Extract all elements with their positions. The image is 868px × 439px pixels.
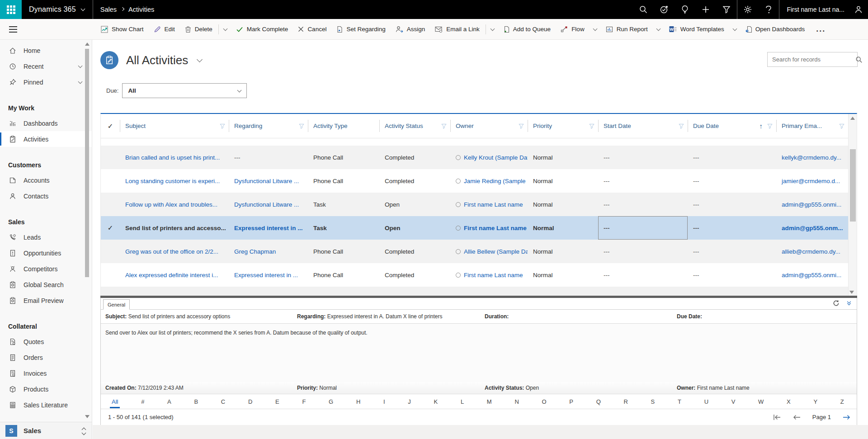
regarding-link[interactable]: Expressed interest in ... (234, 225, 303, 231)
sidebar-item-leads[interactable]: Leads (0, 229, 92, 245)
subject-link[interactable]: Greg was out of the office on 2/2... (125, 248, 218, 255)
breadcrumb-activities[interactable]: Activities (128, 6, 154, 13)
area-switcher[interactable]: S Sales (0, 422, 92, 439)
next-page-button[interactable] (843, 414, 850, 420)
scroll-down-arrow[interactable] (85, 415, 90, 418)
sidebar-item-email-preview[interactable]: Email Preview (0, 293, 92, 308)
sidebar-item-global-search[interactable]: Global Search (0, 277, 92, 293)
row-select-cell[interactable] (101, 193, 120, 216)
sidebar-item-activities[interactable]: Activities (0, 131, 92, 147)
email-more-dropdown[interactable] (487, 19, 498, 40)
alpha-filter-l[interactable]: L (460, 397, 465, 407)
more-commands-button[interactable]: ... (810, 24, 832, 34)
email-link[interactable]: admin@gp555.onmi... (782, 272, 841, 279)
scroll-up-arrow[interactable] (85, 42, 90, 46)
delete-button[interactable]: Delete (180, 19, 217, 40)
scrollbar-thumb[interactable] (850, 149, 856, 222)
email-a-link-button[interactable]: Email a Link (430, 19, 485, 40)
column-header-activity-status[interactable]: Activity Status (379, 114, 450, 138)
edit-button[interactable]: Edit (149, 19, 180, 40)
subject-link[interactable]: Alex expressed definite interest i... (125, 272, 218, 279)
table-row[interactable]: Brian called and is upset his print... -… (101, 146, 848, 169)
email-link[interactable]: jamier@crmdemo.d... (782, 178, 840, 184)
column-header-primary-email[interactable]: Primary Ema... (776, 114, 848, 138)
row-select-cell[interactable] (101, 263, 120, 287)
filter-funnel-icon[interactable] (679, 123, 684, 129)
alpha-filter-b[interactable]: B (193, 397, 199, 407)
sidebar-item-pinned[interactable]: Pinned (0, 74, 92, 90)
app-brand-menu[interactable]: Dynamics 365 (29, 5, 85, 14)
cancel-button[interactable]: Cancel (293, 19, 331, 40)
breadcrumb-sales[interactable]: Sales (100, 6, 117, 13)
search-icon[interactable] (855, 56, 867, 63)
sidebar-item-opportunities[interactable]: Opportunities (0, 245, 92, 261)
learning-path-button[interactable] (675, 0, 695, 19)
owner-link[interactable]: Jamie Reding (Sample .. (464, 178, 528, 184)
regarding-link[interactable]: Dysfunctional Litware ... (234, 201, 299, 208)
filter-funnel-icon[interactable] (519, 123, 524, 129)
sidebar-scrollbar[interactable] (84, 41, 90, 420)
email-link[interactable]: admin@gp555.onmi... (782, 201, 841, 208)
refresh-button[interactable] (833, 300, 840, 307)
show-chart-button[interactable]: Show Chart (96, 19, 149, 40)
assign-button[interactable]: Assign (391, 19, 430, 40)
alpha-filter-t[interactable]: T (677, 397, 682, 407)
filter-funnel-icon[interactable] (589, 123, 594, 129)
focused-cell[interactable]: --- (598, 216, 688, 240)
advanced-find-button[interactable] (716, 0, 737, 19)
flow-button[interactable]: Flow (556, 19, 590, 40)
alpha-filter-w[interactable]: W (757, 397, 764, 407)
sidebar-item-dashboards[interactable]: Dashboards (0, 115, 92, 131)
nav-menu-toggle[interactable] (3, 19, 24, 40)
help-button[interactable] (758, 0, 779, 19)
sidebar-item-contacts[interactable]: Contacts (0, 188, 92, 204)
alpha-filter-p[interactable]: P (568, 397, 574, 407)
run-report-button[interactable]: Run Report (601, 19, 653, 40)
table-row[interactable]: Long standing customer is experi... Dysf… (101, 169, 848, 193)
alpha-filter-r[interactable]: R (623, 397, 629, 407)
column-header-start-date[interactable]: Start Date (598, 114, 688, 138)
alpha-filter-hash[interactable]: # (140, 397, 145, 407)
sidebar-item-products[interactable]: Products (0, 381, 92, 397)
alpha-filter-a[interactable]: A (166, 397, 172, 407)
select-all-header[interactable]: ✓ (101, 114, 120, 138)
subject-link[interactable]: Follow up with Alex and troubles... (125, 201, 217, 208)
user-profile-button[interactable] (849, 0, 868, 19)
tab-general[interactable]: General (103, 299, 130, 310)
sidebar-item-sales-literature[interactable]: Sales Literature (0, 397, 92, 413)
word-templates-dropdown[interactable] (729, 19, 741, 40)
alpha-filter-k[interactable]: K (433, 397, 439, 407)
scroll-down-arrow[interactable] (849, 291, 854, 294)
row-select-cell[interactable] (101, 146, 120, 169)
owner-link[interactable]: First name Last name (464, 225, 527, 231)
process-checker-button[interactable] (654, 0, 675, 19)
alpha-filter-y[interactable]: Y (812, 397, 818, 407)
delete-more-dropdown[interactable] (220, 19, 231, 40)
sidebar-item-recent[interactable]: Recent (0, 58, 92, 74)
column-header-due-date[interactable]: Due Date ↑ (688, 114, 776, 138)
alpha-filter-d[interactable]: D (247, 397, 253, 407)
set-regarding-button[interactable]: Set Regarding (331, 19, 390, 40)
grid-scrollbar[interactable] (848, 114, 857, 296)
sidebar-item-quotes[interactable]: Quotes (0, 334, 92, 349)
first-page-button[interactable] (773, 414, 781, 420)
email-link[interactable]: admin@gp555.onm... (782, 225, 843, 231)
sidebar-item-competitors[interactable]: Competitors (0, 261, 92, 277)
column-header-subject[interactable]: Subject (120, 114, 229, 138)
subject-link[interactable]: Brian called and is upset his print... (125, 154, 220, 161)
filter-funnel-icon[interactable] (839, 123, 844, 129)
column-header-activity-type[interactable]: Activity Type (308, 114, 379, 138)
subject-value[interactable]: Send list of printers and accesso... (120, 216, 229, 240)
word-templates-button[interactable]: W Word Templates (664, 19, 729, 40)
alpha-filter-g[interactable]: G (328, 397, 334, 407)
alpha-filter-c[interactable]: C (220, 397, 226, 407)
filter-funnel-icon[interactable] (220, 123, 225, 129)
table-row[interactable]: Follow up with Alex and troubles... Dysf… (101, 193, 848, 216)
sidebar-item-accounts[interactable]: Accounts (0, 172, 92, 188)
owner-link[interactable]: Allie Bellew (Sample Da (464, 248, 528, 255)
row-select-cell[interactable] (101, 240, 120, 263)
alpha-filter-h[interactable]: H (355, 397, 361, 407)
sidebar-item-invoices[interactable]: Invoices (0, 365, 92, 381)
alpha-filter-j[interactable]: J (407, 397, 412, 407)
sidebar-item-orders[interactable]: Orders (0, 349, 92, 365)
